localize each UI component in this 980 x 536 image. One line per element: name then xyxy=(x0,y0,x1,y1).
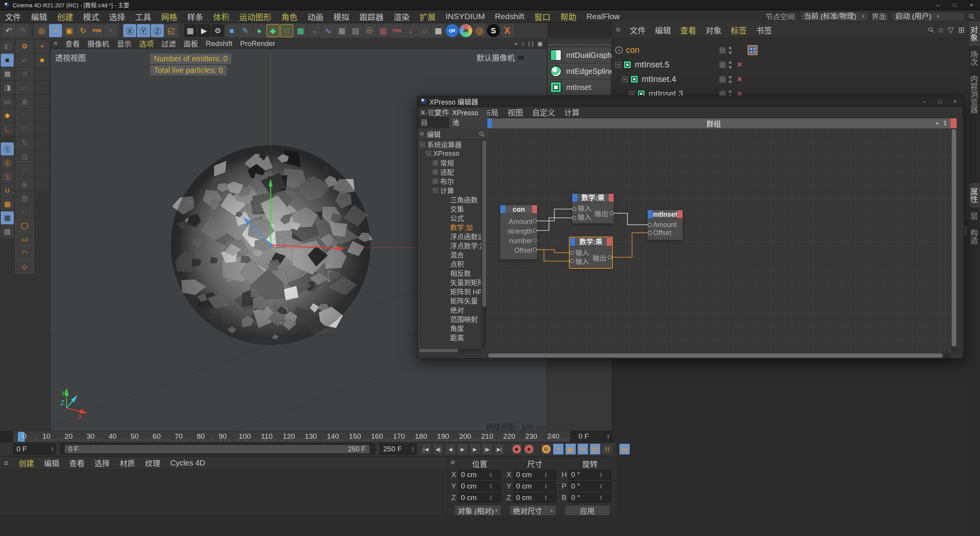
menu-help[interactable]: 帮助 xyxy=(560,11,577,22)
vp-menu-view[interactable]: 查看 xyxy=(65,38,80,49)
pool-tree-item[interactable]: +适配 xyxy=(418,167,481,176)
array-button[interactable]: ▦ xyxy=(432,24,445,37)
tab-layers[interactable]: 层 xyxy=(969,208,980,224)
node-red-tab[interactable] xyxy=(609,194,614,202)
port-number[interactable]: number xyxy=(500,236,537,246)
position-z-field[interactable]: ▲▼ xyxy=(458,493,501,503)
menu-animate[interactable]: 动画 xyxy=(307,11,323,22)
snap-enable[interactable]: Ⓢ xyxy=(1,142,14,155)
pool-tree-item[interactable]: 三角函数 xyxy=(418,195,481,204)
tab-content-browser[interactable]: 内容浏览器 xyxy=(969,70,980,118)
xpresso-node-con[interactable]: con Amount strength number Offset xyxy=(500,205,537,260)
port-input-1[interactable]: 输入 xyxy=(570,249,589,258)
snap-3d[interactable]: Ⓢ xyxy=(1,170,14,183)
uv-mode[interactable]: ◨ xyxy=(1,81,14,94)
light-button[interactable]: ☉ xyxy=(363,24,376,37)
frame-field[interactable]: ▲▼ xyxy=(13,443,56,455)
material-manager-area[interactable] xyxy=(0,470,447,515)
visibility-dots[interactable] xyxy=(729,76,732,83)
maximize-button[interactable]: □ xyxy=(946,0,963,10)
render-view-button[interactable]: ▦ xyxy=(184,24,197,37)
separator[interactable] xyxy=(120,25,121,37)
size-y-field[interactable]: ▲▼ xyxy=(513,481,556,491)
node-blue-tab[interactable] xyxy=(572,194,577,202)
collapse-icon[interactable]: − xyxy=(622,77,628,82)
volume-button[interactable]: ▦ xyxy=(294,24,307,37)
node-space-dropdown[interactable]: 当前 (标准/物理)▾ xyxy=(800,12,868,21)
render-picture-viewer-button[interactable]: ▶ xyxy=(198,24,211,37)
deformer-button[interactable]: ↓ xyxy=(404,24,417,37)
maximize-button[interactable]: □ xyxy=(932,96,947,107)
minimize-button[interactable]: – xyxy=(917,96,932,107)
node-blue-tab[interactable] xyxy=(648,210,653,218)
hamburger-icon[interactable]: ≡ xyxy=(4,459,8,467)
xp-menu-view[interactable]: 视图 xyxy=(508,107,523,118)
xp-menu-calc[interactable]: 计算 xyxy=(564,107,580,118)
mat-menu-edit[interactable]: 编辑 xyxy=(44,458,59,469)
add-icon[interactable]: ⊞ xyxy=(958,25,965,34)
vp-menu-camera[interactable]: 摄像机 xyxy=(88,38,109,49)
frame-range-slider[interactable]: 0 F 250 F xyxy=(60,443,375,455)
empty-slot[interactable] xyxy=(35,136,49,149)
menu-tools[interactable]: 工具 xyxy=(135,11,151,22)
mat-menu-material[interactable]: 材质 xyxy=(120,458,135,469)
pool-tree-item[interactable]: 矩阵矢量 xyxy=(418,296,481,305)
autokey-button[interactable]: ◉ xyxy=(523,443,534,455)
target-badge[interactable]: ◎ xyxy=(473,24,486,37)
menu-mode[interactable]: 模式 xyxy=(83,11,99,22)
palette-item-mtedgespline[interactable]: mtEdgeSpline xyxy=(548,64,611,79)
fields-button[interactable]: → xyxy=(308,24,321,37)
key-scale-toggle[interactable]: ▣ xyxy=(565,443,576,455)
pan-icon[interactable]: + xyxy=(936,120,939,127)
pool-tree-item[interactable]: 矢量到矩阵 xyxy=(418,278,481,287)
scale-tool[interactable]: ▣ xyxy=(63,24,76,37)
menu-simulate[interactable]: 模拟 xyxy=(333,11,350,22)
lock-z-axis[interactable]: Ⓩ xyxy=(151,24,164,37)
primitive-cube-button[interactable]: ■ xyxy=(225,24,238,37)
rotate-view-icon[interactable]: ( ) xyxy=(528,40,534,47)
separator[interactable] xyxy=(32,25,33,37)
pool-tree-item[interactable]: +布尔 xyxy=(418,176,481,186)
tab-xpresso-pool[interactable]: XPresso 池 xyxy=(449,108,487,128)
size-z-field[interactable]: ▲▼ xyxy=(513,493,556,503)
spinner-arrows-icon[interactable]: ▲▼ xyxy=(607,434,611,439)
pool-tree-item[interactable]: −XPresso xyxy=(418,149,481,158)
position-x-field[interactable]: ▲▼ xyxy=(458,470,501,480)
end-frame-input[interactable] xyxy=(380,444,412,454)
xpresso-node-multiply-1[interactable]: 数学:乘 输入 输入 输出 xyxy=(572,193,614,224)
menu-spline[interactable]: 样条 xyxy=(187,11,203,22)
pool-tree-item[interactable]: 公式 xyxy=(418,213,481,222)
goto-end-button[interactable]: ▶| xyxy=(494,443,505,455)
hamburger-icon[interactable]: ≡ xyxy=(616,25,621,34)
pool-tree-item[interactable]: 数学:加 xyxy=(418,222,481,232)
vp-menu-options[interactable]: 选项 xyxy=(139,38,154,49)
key-parameter-toggle[interactable]: Ⓟ xyxy=(590,443,601,455)
menu-mograph[interactable]: 运动图形 xyxy=(239,11,271,22)
coordinate-system[interactable]: ◱ xyxy=(165,24,178,37)
apply-button[interactable]: 应用 xyxy=(565,505,610,516)
pool-tree-item[interactable]: 交集 xyxy=(418,204,481,213)
pool-tree-item[interactable]: 相反数 xyxy=(418,268,481,278)
tweak-h[interactable]: ▨ xyxy=(15,150,34,163)
shader-button[interactable]: ▥ xyxy=(377,24,390,37)
vp-menu-redshift[interactable]: Redshift xyxy=(206,39,233,48)
visibility-dots[interactable] xyxy=(729,61,732,69)
rotation-p-field[interactable]: ▲▼ xyxy=(568,481,611,491)
menu-select[interactable]: 选择 xyxy=(109,11,125,22)
xpresso-tag-icon[interactable] xyxy=(748,45,758,55)
magnet-tool[interactable]: ∪ xyxy=(1,184,14,197)
position-y-field[interactable]: ▲▼ xyxy=(458,481,501,491)
toggle-view-icon[interactable]: ▣ xyxy=(537,40,543,47)
mat-menu-view[interactable]: 查看 xyxy=(69,458,85,469)
menu-file[interactable]: 文件 xyxy=(5,11,21,22)
current-frame-spinner[interactable]: ▲▼ xyxy=(575,431,612,442)
floor-button[interactable]: ▦ xyxy=(335,24,348,37)
move-hud[interactable]: + xyxy=(35,40,49,53)
port-input-1[interactable]: 输入 xyxy=(572,204,591,213)
tweak-l[interactable]: ∷ xyxy=(15,205,34,218)
port-input-2[interactable]: 输入 xyxy=(570,258,589,266)
layer-chip[interactable] xyxy=(719,47,726,54)
tweak-g[interactable]: ⇅ xyxy=(15,136,34,149)
frame-range-bar[interactable]: 0 F 250 F xyxy=(65,445,369,453)
pool-vertical-scrollbar[interactable] xyxy=(482,140,487,347)
